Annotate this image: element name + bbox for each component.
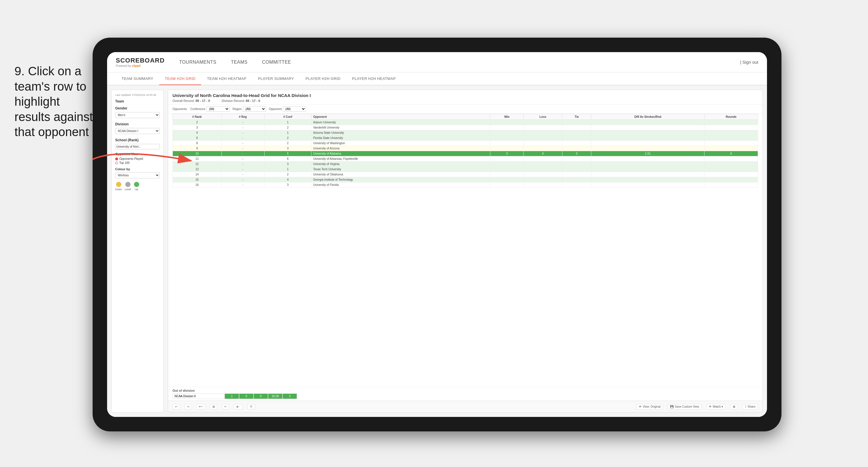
cell-reg: - (221, 177, 264, 182)
back-button[interactable]: ⟵ (196, 404, 206, 409)
cell-opponent: University of Alabama (311, 151, 490, 156)
tab-player-summary[interactable]: PLAYER SUMMARY (252, 73, 300, 85)
conference-label: Conference (190, 108, 206, 111)
table-row[interactable]: 12-3University of Virginia (173, 162, 758, 167)
cell-diff (591, 156, 705, 162)
cell-win (490, 130, 524, 136)
table-row[interactable]: 16-3University of Florida (173, 182, 758, 187)
cell-rank: 2 (173, 120, 222, 125)
cell-conf: 2 (264, 125, 311, 130)
view-original-button[interactable]: 👁 View: Original (636, 404, 663, 409)
cell-opponent: University of Washington (311, 141, 490, 146)
nav-committee[interactable]: COMMITTEE (262, 58, 291, 66)
top-nav: SCOREBOARD Powered by clippd TOURNAMENTS… (107, 52, 767, 72)
overall-record-label: Overall Record: 89 - 17 - 0 (173, 99, 210, 103)
cell-tie (562, 130, 591, 136)
cell-opponent: Vanderbilt University (311, 125, 490, 130)
cell-loss (524, 162, 562, 167)
odd-rounds: 3 (282, 393, 297, 399)
cell-rounds (705, 136, 758, 141)
conference-select[interactable]: (All) (206, 106, 229, 112)
cell-conf: 5 (264, 151, 311, 156)
table-row[interactable]: 6-2Florida State University (173, 136, 758, 141)
sign-out-link[interactable]: | Sign out (740, 60, 758, 64)
cell-tie (562, 136, 591, 141)
cell-rounds (705, 130, 758, 136)
cell-diff (591, 146, 705, 151)
save-custom-button[interactable]: 💾 Save Custom View (668, 404, 702, 409)
redo-button[interactable]: ↪ (184, 404, 192, 409)
share-icon: ⤴ (745, 405, 746, 408)
last-updated: Last Updated: 27/03/2024 16:55:38 (115, 93, 160, 96)
colour-by-select[interactable]: Win/loss (115, 172, 160, 178)
data-table-container: # Rank # Reg # Conf Opponent Win Loss Ti… (168, 114, 762, 387)
table-row[interactable]: 10-5University of Alabama3002.618 (173, 151, 758, 156)
tab-team-h2h-grid[interactable]: TEAM H2H GRID (159, 73, 202, 85)
tab-player-h2h-grid[interactable]: PLAYER H2H GRID (300, 73, 346, 85)
odd-name: NCAA Division II (173, 393, 225, 399)
toolbar-extra3[interactable]: ⊕ · (234, 404, 243, 409)
tablet-frame: SCOREBOARD Powered by clippd TOURNAMENTS… (93, 38, 781, 431)
table-row[interactable]: 4-1Arizona State University (173, 130, 758, 136)
school-label: School (Rank) (115, 138, 160, 142)
opponent-select[interactable]: (All) (283, 106, 306, 112)
cell-loss (524, 141, 562, 146)
team-label: Team (115, 99, 160, 104)
table-row[interactable]: 9-3University of Arizona (173, 146, 758, 151)
table-row[interactable]: 3-2Vanderbilt University (173, 125, 758, 130)
save-custom-label: Save Custom View (675, 405, 699, 408)
nav-teams[interactable]: TEAMS (231, 58, 248, 66)
toolbar-extra2[interactable]: ✂ (222, 404, 229, 409)
cell-rank: 13 (173, 167, 222, 172)
cell-win: 3 (490, 151, 524, 156)
cell-conf: 3 (264, 182, 311, 187)
cell-reg: - (221, 162, 264, 167)
table-header-row: # Rank # Reg # Conf Opponent Win Loss Ti… (173, 114, 758, 120)
tab-player-h2h-heatmap[interactable]: PLAYER H2H HEATMAP (346, 73, 401, 85)
legend-up: Up (134, 182, 139, 191)
tab-team-summary[interactable]: TEAM SUMMARY (116, 73, 159, 85)
cell-diff (591, 167, 705, 172)
cell-conf: 3 (264, 162, 311, 167)
cell-rounds (705, 146, 758, 151)
table-row[interactable]: 14-2University of Oklahoma (173, 172, 758, 177)
grid-panel: University of North Carolina Head-to-Hea… (168, 90, 763, 413)
out-of-division-row[interactable]: NCAA Division II 1 0 0 26.00 3 (173, 393, 758, 399)
watch-label: Watch ▾ (713, 405, 723, 408)
toolbar-extra1[interactable]: ⊞ (210, 404, 217, 409)
screen-button[interactable]: 🖥 (730, 404, 738, 409)
gender-select[interactable]: Men's (115, 112, 160, 118)
cell-rank: 3 (173, 125, 222, 130)
region-select[interactable]: (All) (243, 106, 266, 112)
division-label: Division (115, 122, 160, 126)
school-value: University of Nort... (115, 144, 160, 149)
table-row[interactable]: 11-6University of Arkansas, Fayetteville (173, 156, 758, 162)
table-row[interactable]: 8-2University of Washington (173, 141, 758, 146)
nav-tournaments[interactable]: TOURNAMENTS (179, 58, 216, 66)
share-button[interactable]: ⤴ Share (742, 404, 758, 409)
radio-top-100[interactable]: Top 100 (115, 161, 160, 165)
cell-tie (562, 156, 591, 162)
cell-win (490, 141, 524, 146)
cell-reg: - (221, 172, 264, 177)
radio-opponents-played[interactable]: Opponents Played (115, 157, 160, 160)
table-row[interactable]: 13-1Texas Tech University (173, 167, 758, 172)
cell-conf: 4 (264, 177, 311, 182)
cell-rank: 6 (173, 136, 222, 141)
nav-items: TOURNAMENTS TEAMS COMMITTEE (179, 58, 728, 66)
undo-button[interactable]: ↩ (173, 404, 180, 409)
sidebar-panel: Last Updated: 27/03/2024 16:55:38 Team G… (112, 90, 163, 413)
tab-team-h2h-heatmap[interactable]: TEAM H2H HEATMAP (201, 73, 252, 85)
toolbar-clock[interactable]: ⏱ (247, 404, 255, 409)
logo-scoreboard: SCOREBOARD (116, 57, 165, 64)
cell-conf: 6 (264, 156, 311, 162)
division-select[interactable]: NCAA Division I (115, 128, 160, 134)
cell-reg: - (221, 151, 264, 156)
watch-button[interactable]: 👁 Watch ▾ (706, 404, 726, 409)
cell-win (490, 167, 524, 172)
cell-reg: - (221, 130, 264, 136)
table-row[interactable]: 2-1Auburn University (173, 120, 758, 125)
cell-rank: 16 (173, 182, 222, 187)
cell-loss (524, 125, 562, 130)
table-row[interactable]: 15-4Georgia Institute of Technology (173, 177, 758, 182)
